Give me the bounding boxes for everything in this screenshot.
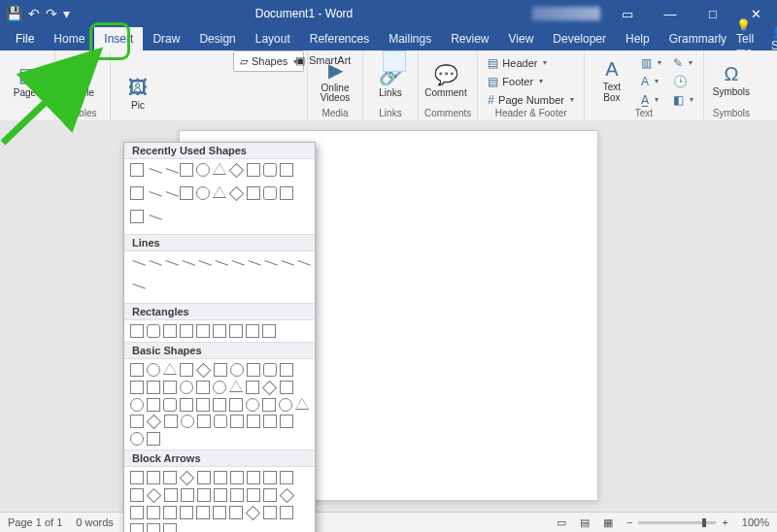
tab-help[interactable]: Help [616, 27, 659, 50]
shape-item[interactable] [263, 471, 277, 484]
shape-item[interactable] [163, 523, 177, 532]
shape-item[interactable] [246, 398, 259, 412]
view-web-button[interactable]: ▦ [603, 516, 613, 529]
shape-item[interactable] [128, 260, 146, 278]
shape-item[interactable] [229, 163, 245, 179]
shape-item[interactable] [263, 488, 277, 502]
symbols-button[interactable]: Ω Symbols [710, 54, 753, 107]
qat-more-icon[interactable]: ▾ [63, 6, 70, 21]
shape-item[interactable] [130, 471, 144, 484]
tab-references[interactable]: References [300, 27, 379, 50]
shape-item[interactable] [262, 324, 276, 338]
shape-item[interactable] [145, 260, 162, 278]
shape-item[interactable] [247, 163, 260, 177]
shape-item[interactable] [197, 488, 211, 502]
comment-button[interactable]: 💬 Comment [424, 54, 467, 107]
undo-icon[interactable]: ↶ [28, 6, 40, 21]
shape-item[interactable] [247, 186, 260, 200]
shape-item[interactable] [130, 363, 144, 377]
shape-item[interactable] [130, 324, 144, 338]
shape-item[interactable] [180, 381, 193, 394]
shape-item[interactable] [244, 260, 261, 278]
shape-item[interactable] [196, 381, 210, 394]
shape-item[interactable] [147, 398, 160, 412]
shape-item[interactable] [227, 260, 245, 278]
shape-item[interactable] [214, 415, 227, 428]
shape-item[interactable] [213, 381, 226, 394]
tab-view[interactable]: View [499, 27, 544, 50]
shape-item[interactable] [180, 363, 193, 377]
shape-item[interactable] [130, 163, 144, 177]
shape-item[interactable] [197, 415, 211, 428]
shape-item[interactable] [263, 415, 277, 428]
shape-item[interactable] [163, 471, 177, 484]
pictures-button[interactable]: 🖼 Pic [117, 70, 159, 118]
redo-icon[interactable]: ↷ [46, 6, 57, 21]
text-box-button[interactable]: A Text Box [591, 54, 633, 107]
shape-item[interactable] [130, 506, 144, 519]
view-print-button[interactable]: ▤ [580, 516, 590, 529]
shape-item[interactable] [130, 432, 144, 446]
shape-item[interactable] [213, 324, 226, 338]
shape-item[interactable] [246, 324, 259, 338]
shape-item[interactable] [280, 363, 293, 377]
shape-item[interactable] [180, 186, 193, 200]
zoom-in-icon[interactable]: + [722, 516, 727, 528]
shape-item[interactable] [280, 186, 293, 200]
shape-item[interactable] [280, 506, 293, 519]
tab-review[interactable]: Review [441, 27, 498, 50]
shape-item[interactable] [280, 471, 293, 484]
shape-item[interactable] [180, 506, 193, 519]
addins-button[interactable] [383, 50, 406, 72]
shape-item[interactable] [161, 260, 179, 278]
shape-item[interactable] [263, 363, 277, 377]
tab-mailings[interactable]: Mailings [379, 27, 441, 50]
shape-item[interactable] [246, 506, 261, 521]
shape-item[interactable] [196, 398, 210, 412]
shape-item[interactable] [277, 260, 294, 278]
maximize-button[interactable]: □ [692, 0, 734, 27]
shape-item[interactable] [295, 398, 309, 410]
shape-item[interactable] [147, 381, 160, 394]
shape-item[interactable] [178, 260, 195, 278]
shape-item[interactable] [147, 488, 162, 504]
shape-item[interactable] [164, 488, 178, 502]
smartart-button[interactable]: ▣ SmartArt [295, 50, 351, 70]
shape-item[interactable] [280, 163, 293, 177]
shape-item[interactable] [130, 186, 144, 200]
shape-item[interactable] [260, 260, 278, 278]
shape-item[interactable] [181, 415, 194, 428]
tab-layout[interactable]: Layout [246, 27, 300, 50]
shape-item[interactable] [262, 381, 278, 396]
shape-item[interactable] [163, 324, 177, 338]
shape-item[interactable] [161, 168, 179, 185]
shape-item[interactable] [147, 432, 160, 446]
wordart-button[interactable]: A▾ [637, 73, 665, 89]
shape-item[interactable] [130, 415, 144, 428]
shape-item[interactable] [211, 260, 228, 278]
shape-item[interactable] [214, 488, 227, 502]
shape-item[interactable] [163, 381, 177, 394]
shape-item[interactable] [128, 283, 146, 301]
shape-item[interactable] [130, 381, 144, 394]
footer-button[interactable]: ▤Footer▾ [484, 73, 578, 89]
shape-item[interactable] [247, 363, 260, 377]
shape-item[interactable] [196, 506, 210, 519]
ribbon-display-button[interactable]: ▭ [606, 0, 649, 27]
shape-item[interactable] [230, 471, 244, 484]
share-button[interactable]: 👤 Share [771, 25, 777, 52]
shape-item[interactable] [229, 381, 243, 392]
shape-item[interactable] [197, 471, 211, 484]
shape-item[interactable] [130, 210, 144, 223]
shape-item[interactable] [247, 415, 260, 428]
zoom-level[interactable]: 100% [742, 516, 769, 528]
shape-item[interactable] [130, 523, 144, 532]
shape-item[interactable] [147, 415, 162, 430]
shape-item[interactable] [147, 471, 160, 484]
shape-item[interactable] [180, 398, 193, 412]
pages-button[interactable]: ▤ Pages [6, 54, 49, 107]
zoom-out-icon[interactable]: − [626, 516, 632, 528]
page-number-button[interactable]: #Page Number▾ [484, 91, 578, 108]
tab-file[interactable]: File [6, 27, 44, 50]
shape-item[interactable] [293, 260, 311, 278]
